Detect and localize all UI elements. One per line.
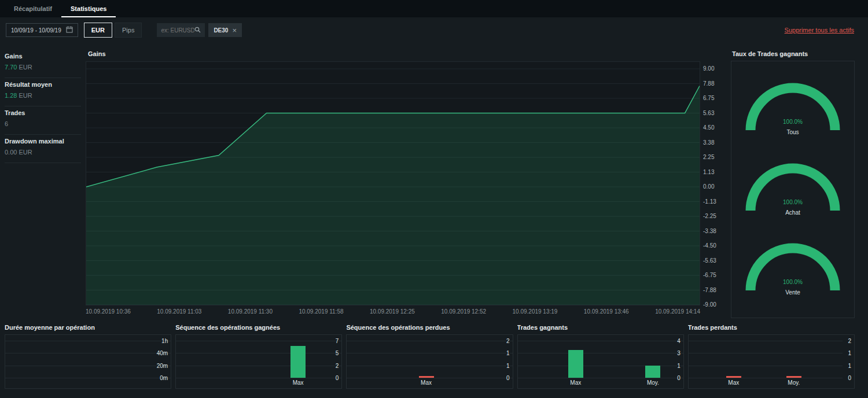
gridline [689, 353, 843, 353]
gridline [5, 353, 171, 353]
tick-label: 7 [336, 338, 339, 344]
gauge-vente: 100.0%Vente [741, 237, 845, 302]
asset-search[interactable] [157, 23, 205, 37]
gauge-percent: 100.0% [741, 119, 845, 125]
y-axis-label: -7.88 [703, 286, 716, 293]
tick-label: 40m [157, 350, 168, 356]
y-axis-label: 2.25 [703, 154, 714, 160]
tick-label: 0 [336, 375, 339, 381]
gauges-panel-title: Taux de Trades gagnants [732, 50, 808, 57]
tick-label: 5 [336, 350, 339, 356]
bar-max [290, 346, 306, 378]
gauge-achat: 100.0%Achat [741, 157, 845, 222]
x-axis-label: 10.09.2019 13:19 [513, 308, 558, 315]
y-axis-label: 5.63 [703, 109, 714, 116]
gridline [176, 353, 342, 353]
y-axis-label: -6.75 [703, 272, 716, 278]
stat-label: Drawdown maximal [5, 138, 81, 145]
date-range-picker[interactable]: 10/09/19 - 10/09/19 [6, 23, 78, 37]
gains-chart-title: Gains [88, 50, 106, 57]
x-axis-label: 10.09.2019 12:25 [370, 308, 415, 315]
x-axis-label: 10.09.2019 11:30 [228, 308, 273, 315]
search-icon [194, 25, 201, 35]
bar-moy [786, 376, 801, 378]
stat-label: Résultat moyen [5, 81, 81, 88]
tab-recapitulatif[interactable]: Récapitulatif [5, 0, 61, 17]
gridline [689, 366, 843, 366]
x-axis-label: 10.09.2019 12:52 [441, 308, 486, 315]
stat-item-r-sultat-moyen: Résultat moyen1.28 EUR [5, 78, 81, 106]
gauge-label: Achat [741, 209, 845, 216]
asset-chip-de30[interactable]: DE30 × [208, 23, 242, 37]
y-axis-label: 4.50 [703, 124, 714, 131]
bottom-chart-title: Trades gagnants [517, 324, 684, 333]
bottom-chart-area: 1h40m20m0mProfitablePerdu [5, 334, 171, 389]
gridline [176, 341, 342, 341]
remove-all-assets-link[interactable]: Supprimer tous les actifs [785, 27, 854, 34]
y-axis-label: -1.13 [703, 198, 716, 204]
pips-button[interactable]: Pips [115, 23, 142, 38]
gauge-tous: 100.0%Tous [741, 77, 845, 142]
bottom-chart-title: Séquence des opérations gagnées [175, 324, 342, 333]
bar-category-label: Max [728, 379, 739, 386]
bar-max [419, 376, 434, 378]
gains-x-axis: 10.09.2019 10:3610.09.2019 11:0310.09.20… [86, 308, 700, 315]
bar-max [726, 376, 741, 378]
bottom-chart-area: 7520MaxMoy. [175, 334, 342, 389]
bar-category-label: Max [421, 379, 432, 386]
bar-max [568, 350, 583, 378]
tab-statistiques[interactable]: Statistiques [61, 0, 116, 17]
tick-label: 0m [160, 375, 168, 381]
gridline [5, 341, 171, 341]
gains-plot [86, 61, 700, 305]
gauge-arc [741, 237, 845, 296]
gauge-percent: 100.0% [741, 199, 845, 205]
bottom-chart-area: 2110MaxMoy. [346, 334, 513, 389]
y-axis-label: 1.13 [703, 168, 714, 175]
tab-bar: Récapitulatif Statistiques [0, 0, 868, 17]
chip-close-icon[interactable]: × [232, 27, 237, 34]
y-axis-label: -2.25 [703, 213, 716, 219]
gridline [5, 366, 171, 366]
bottom-chart-s-quence-des-op-rations-perdues: Séquence des opérations perdues2110MaxMo… [346, 324, 513, 389]
gridline [176, 378, 342, 378]
y-axis-label: 0.00 [703, 183, 714, 190]
tick-label: 3 [677, 350, 681, 356]
x-axis-label: 10.09.2019 11:03 [157, 308, 201, 315]
tick-label: 4 [677, 338, 681, 344]
date-range-value: 10/09/19 - 10/09/19 [11, 27, 61, 34]
tick-label: 2 [506, 338, 510, 344]
gridline [347, 378, 513, 378]
stat-value: 7.70 EUR [5, 64, 81, 71]
gridline [518, 341, 684, 341]
bar-moy [645, 366, 660, 378]
stat-item-gains: Gains7.70 EUR [5, 50, 81, 78]
tick-label: 1 [506, 362, 510, 368]
currency-eur-button[interactable]: EUR [84, 23, 112, 38]
bottom-chart-s-quence-des-op-rations-gagn-es: Séquence des opérations gagnées7520MaxMo… [175, 324, 342, 389]
stat-value: 1.28 EUR [5, 92, 81, 99]
gains-y-axis: 9.007.886.755.634.503.382.251.130.00-1.1… [703, 61, 723, 305]
bar-category-label: Max [293, 379, 304, 386]
asset-search-input[interactable] [161, 27, 194, 34]
y-axis-label: 3.38 [703, 139, 714, 145]
tick-label: 0 [677, 375, 681, 381]
tick-label: 2 [848, 338, 851, 344]
gridline [518, 353, 684, 353]
stat-item-drawdown-maximal: Drawdown maximal0.00 EUR [5, 135, 81, 163]
gridline [176, 366, 342, 366]
bar-category-label: Moy. [647, 379, 659, 386]
gauge-label: Tous [741, 129, 845, 135]
stat-value: 0.00 EUR [5, 149, 81, 156]
gridline [518, 378, 684, 378]
tick-label: 1 [848, 362, 851, 368]
stat-label: Trades [5, 109, 81, 116]
gauge-label: Vente [741, 289, 845, 296]
gauge-arc [741, 157, 845, 216]
bottom-chart-area: 4310MaxMoy. [517, 334, 684, 389]
tick-label: 0 [848, 375, 851, 381]
bottom-chart-trades-perdants: Trades perdants2110MaxMoy. [688, 324, 855, 389]
bottom-chart-area: 2110MaxMoy. [688, 334, 855, 389]
gauge-percent: 100.0% [741, 279, 845, 285]
gridline [347, 341, 513, 341]
